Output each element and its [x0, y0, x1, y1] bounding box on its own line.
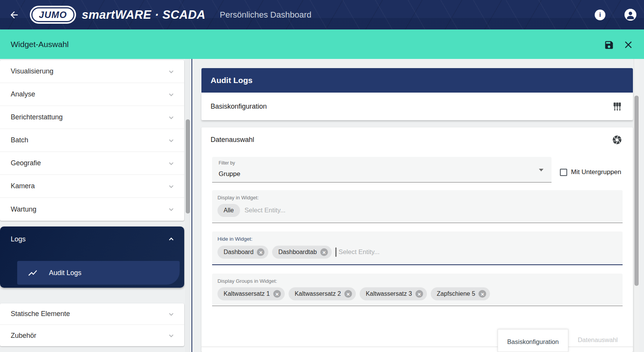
sidebar-item-wartung[interactable]: Wartung — [0, 198, 184, 221]
sidebar-item-label: Berichterstattung — [11, 113, 63, 121]
close-icon — [623, 39, 634, 51]
select-value: Gruppe — [219, 170, 240, 178]
sidebar-item-geografie[interactable]: Geografie — [0, 152, 184, 175]
display-groups-field[interactable]: Display Groups in Widget: Kaltwassersatz… — [212, 274, 623, 306]
back-button[interactable] — [8, 9, 20, 21]
tune-sliders-icon[interactable] — [612, 101, 622, 112]
sidebar-logs-group: Logs Audit Logs — [0, 227, 184, 288]
chevron-down-icon — [167, 310, 176, 319]
dropdown-arrow-icon — [539, 169, 543, 171]
sidebar-item-analyse[interactable]: Analyse — [0, 83, 184, 106]
field-label: Hide in Widget: — [217, 236, 253, 242]
checkbox-label: Mit Untergruppen — [571, 168, 621, 176]
remove-chip-icon[interactable] — [479, 290, 486, 298]
mit-untergruppen-checkbox[interactable] — [560, 169, 567, 176]
chevron-down-icon — [167, 205, 176, 214]
text-caret — [336, 248, 336, 257]
sidebar-item-label: Zubehör — [11, 332, 36, 340]
arrow-left-icon — [9, 10, 19, 20]
select-label: Filter by — [219, 160, 235, 166]
chip-kaltwassersatz-1[interactable]: Kaltwassersatz 1 — [217, 287, 285, 300]
sidebar-item-zubehoer[interactable]: Zubehör — [0, 325, 184, 346]
save-button[interactable] — [603, 39, 615, 51]
chevron-down-icon — [167, 113, 176, 122]
chevron-up-icon — [167, 235, 176, 244]
widget-config-header: Audit Logs — [201, 68, 633, 93]
chip-kaltwassersatz-2[interactable]: Kaltwassersatz 2 — [289, 287, 356, 300]
sidebar-item-audit-logs[interactable]: Audit Logs — [17, 261, 180, 285]
filter-by-select[interactable]: Filter by Gruppe — [212, 157, 552, 183]
hide-in-widget-field[interactable]: Hide in Widget: Dashboard Dashboardtab — [212, 231, 623, 265]
save-icon — [604, 40, 614, 50]
chevron-down-icon — [167, 182, 176, 191]
sidebar-item-label: Analyse — [11, 90, 35, 98]
content-divider — [191, 59, 192, 352]
basiskonfiguration-section[interactable]: Basiskonfiguration — [201, 93, 633, 120]
sidebar-item-label: Batch — [11, 136, 28, 144]
tab-basiskonfiguration[interactable]: Basiskonfiguration — [498, 329, 568, 352]
sidebar-item-logs[interactable]: Logs — [0, 227, 184, 252]
datenauswahl-section: Datenauswahl Filter by Gruppe Mit Unterg… — [201, 127, 633, 352]
sidebar-item-kamera[interactable]: Kamera — [0, 175, 184, 198]
chip-zapfschiene-5[interactable]: Zapfschiene 5 — [431, 287, 490, 300]
sidebar-item-label: Kamera — [11, 182, 35, 190]
chip-alle[interactable]: Alle — [217, 204, 240, 217]
widget-bar-title: Widget-Auswahl — [11, 29, 69, 59]
account-icon[interactable] — [625, 9, 636, 21]
tab-datenauswahl[interactable]: Datenauswahl — [569, 329, 626, 352]
remove-chip-icon[interactable] — [344, 290, 352, 298]
app-window: JUMO smartWARE · SCADA Persönliches Dash… — [0, 0, 644, 352]
sidebar-category-list-bottom: Statische Elemente Zubehör — [0, 303, 184, 346]
sidebar-item-statische-elemente[interactable]: Statische Elemente — [0, 303, 184, 325]
chips-row: Kaltwassersatz 1 Kaltwassersatz 2 Kaltwa… — [217, 287, 490, 300]
remove-chip-icon[interactable] — [257, 248, 264, 256]
line-chart-icon — [28, 268, 38, 278]
chevron-down-icon — [167, 90, 176, 99]
info-icon[interactable]: i — [595, 10, 605, 20]
entity-input[interactable] — [244, 206, 339, 215]
sidebar-item-batch[interactable]: Batch — [0, 129, 184, 152]
jumo-logo-text: JUMO — [31, 7, 75, 22]
chevron-down-icon — [167, 331, 176, 340]
close-button[interactable] — [622, 39, 634, 51]
aperture-icon[interactable] — [612, 135, 622, 145]
display-in-widget-field[interactable]: Display in Widget: Alle — [212, 190, 623, 223]
sidebar-item-visualisierung[interactable]: Visualisierung — [0, 60, 184, 83]
page-title: Persönliches Dashboard — [220, 0, 311, 29]
top-navbar: JUMO smartWARE · SCADA Persönliches Dash… — [0, 0, 644, 29]
remove-chip-icon[interactable] — [415, 290, 423, 298]
section-title: Basiskonfiguration — [211, 103, 267, 111]
widget-selection-bar: Widget-Auswahl — [0, 29, 644, 59]
sidebar-category-list: Visualisierung Analyse Berichterstattung… — [0, 60, 184, 221]
remove-chip-icon[interactable] — [273, 290, 281, 298]
sidebar-item-berichterstattung[interactable]: Berichterstattung — [0, 106, 184, 129]
sidebar-item-label: Visualisierung — [11, 67, 54, 75]
sidebar-scrollbar-thumb[interactable] — [186, 119, 190, 213]
field-label: Display in Widget: — [217, 195, 259, 200]
chip-kaltwassersatz-3[interactable]: Kaltwassersatz 3 — [360, 287, 427, 300]
chips-row: Dashboard Dashboardtab — [217, 246, 433, 259]
sidebar-item-label: Statische Elemente — [11, 310, 70, 318]
chevron-down-icon — [167, 136, 176, 145]
chip-dashboardtab[interactable]: Dashboardtab — [272, 246, 332, 259]
chips-row: Alle — [217, 204, 339, 217]
brand-text: smartWARE · SCADA — [82, 0, 206, 29]
sidebar-item-label: Audit Logs — [49, 269, 81, 277]
person-icon — [625, 9, 636, 21]
widget-title: Audit Logs — [211, 76, 253, 85]
sidebar-item-label: Geografie — [11, 159, 41, 167]
section-title: Datenauswahl — [211, 136, 254, 144]
chevron-down-icon — [167, 67, 176, 76]
remove-chip-icon[interactable] — [320, 248, 328, 256]
entity-input[interactable] — [338, 248, 433, 256]
jumo-logo: JUMO — [30, 6, 76, 24]
sidebar-item-label: Wartung — [11, 205, 36, 213]
main-scrollbar-thumb[interactable] — [634, 96, 639, 286]
field-label: Display Groups in Widget: — [217, 278, 277, 284]
chevron-down-icon — [167, 159, 176, 168]
sidebar-item-label: Logs — [11, 235, 26, 243]
chip-dashboard[interactable]: Dashboard — [217, 246, 268, 259]
